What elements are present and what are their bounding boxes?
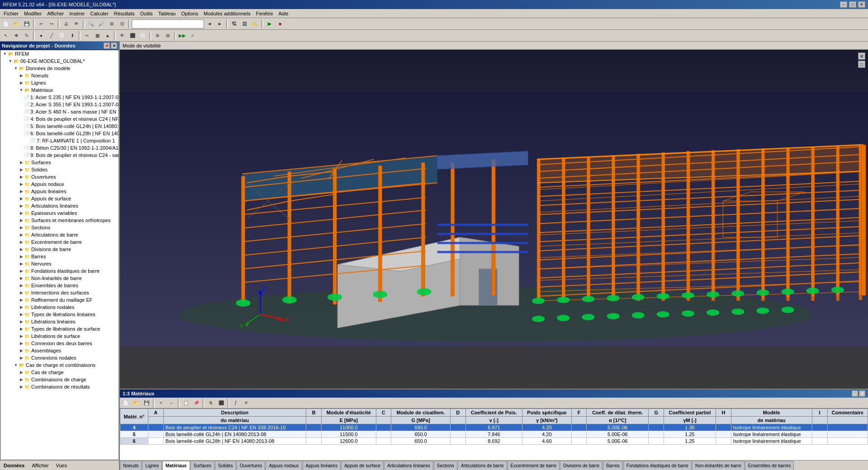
nav-close-btn[interactable]: ✕ [111,43,117,49]
bottom-tab-barres[interactable]: Barres [603,461,622,470]
tree-node-types-lib-lin[interactable]: ▶📁Types de libérations linéaires [0,311,119,318]
tree-node-lignes[interactable]: ▶📁Lignes [0,79,119,86]
tree-node-appuis-surf[interactable]: ▶📁Appuis de surface [0,195,119,202]
tree-node-liberations-surf[interactable]: ▶📁Libérations de surface [0,332,119,340]
bottom-tab-sections[interactable]: Sections [434,461,457,470]
tree-node-cas-charge[interactable]: ▼📂Cas de charge et combinaisons [0,361,119,369]
tb2-visibility-btn[interactable]: 👁 [117,31,127,41]
tree-node-mat6[interactable]: 📄6: Bois lamellé-collé GL28h | NF EN 140 [0,130,119,137]
tbl-new-btn[interactable]: 📄 [121,398,131,408]
tb2-section-btn[interactable]: ═ [82,31,92,41]
menu-fenetre[interactable]: Fenêtre [253,9,276,18]
tree-node-excentrement-barre[interactable]: ▶📁Excentrement de barre [0,238,119,246]
tb2-move-btn[interactable]: ✥ [11,31,21,41]
tb-open-btn[interactable]: 📂 [11,19,21,29]
tree-node-mat5[interactable]: 📄5: Bois lamellé-collé GL24h | EN 14080:… [0,123,119,130]
tree-node-donnees[interactable]: ▼📂Données de modèle [0,65,119,72]
tree-node-articulations-lin[interactable]: ▶📁Articulations linéaires [0,202,119,209]
bottom-tab-excentrement-de-barre[interactable]: Excentrement de barre [508,461,560,470]
tree-node-connexion-barres[interactable]: ▶📁Connexion des deux barres [0,340,119,347]
tree-node-nonlin-barre[interactable]: ▶📁Non-linéarités de barre [0,275,119,282]
tree-node-project[interactable]: ▼📂06-EXE-MODELE_GLOBAL* [0,57,119,65]
viewport-3d[interactable]: Z X Y [120,50,868,389]
bottom-tab-appuis-linéaires[interactable]: Appuis linéaires [303,461,341,470]
minimize-btn[interactable]: – [840,1,847,8]
tbl-copy-btn[interactable]: 📋 [181,398,191,408]
tb-preview-btn[interactable]: 👁 [71,19,81,29]
view-expand-btn[interactable]: □ [858,61,865,68]
tbl-add-btn[interactable]: + [156,398,166,408]
tb-print-btn[interactable]: 🖨 [61,19,71,29]
tree-node-mat8[interactable]: 📄8: Béton C25/30 | EN 1992-1-1:2004/A1: [0,144,119,152]
tb2-display-btn[interactable]: ⬜ [138,31,148,41]
tb-run-btn[interactable]: ▶ [265,19,275,29]
tree-node-assemblages[interactable]: ▶📁Assemblages [0,347,119,354]
tree-node-mat9[interactable]: 📄9: Bois de peuplier et résineux C24 - s… [0,152,119,159]
tb2-material-btn[interactable]: ▦ [92,31,102,41]
tbl-expr-btn[interactable]: ✕ [241,398,251,408]
tree-node-ensembles-barres[interactable]: ▶📁Ensembles de barres [0,282,119,289]
table-close-btn[interactable]: ✕ [859,390,865,397]
tree-node-ouvertures[interactable]: ▶📁Ouvertures [0,173,119,180]
tb2-surf-btn[interactable]: ⬜ [57,31,67,41]
menu-inserer[interactable]: Insérer [66,9,87,18]
nav-tab-vues[interactable]: Vues [54,462,69,469]
menu-modifier[interactable]: Modifier [21,9,44,18]
nav-tab-afficher[interactable]: Afficher [30,462,50,469]
tree-node-mat1[interactable]: 📄1: Acier S 235 | NF EN 1993-1-1:2007-05 [0,94,119,101]
tb-zoom-all-btn[interactable]: ⊞ [107,19,117,29]
tb2-load-btn[interactable]: ⬇ [67,31,77,41]
tb2-filter-btn[interactable]: ⬛ [128,31,138,41]
tree-node-appuis-lin[interactable]: ▶📁Appuis linéaires [0,188,119,195]
table-row[interactable]: 4 Bois de peuplier et résineux C24 | NF … [120,424,868,431]
tb-stop-btn[interactable]: ■ [275,19,285,29]
bottom-tab-ensembles-de-barres[interactable]: Ensembles de barres [745,461,794,470]
menu-modules[interactable]: Modules additionnels [201,9,253,18]
tb2-support-btn[interactable]: ▲ [103,31,113,41]
menu-fichier[interactable]: Fichier [1,9,21,18]
tree-node-types-lib-surf[interactable]: ▶📁Types de libérations de surface [0,325,119,332]
tree-node-divisions-barre[interactable]: ▶📁Divisions de barre [0,246,119,253]
tb2-calc-btn[interactable]: ▶▶ [177,31,187,41]
data-table-wrapper[interactable]: Matér. n° A Description B Module d'élast… [120,408,868,460]
bottom-tab-ouvertures[interactable]: Ouvertures [237,461,265,470]
bottom-tab-divisions-de-barre[interactable]: Divisions de barre [560,461,602,470]
bottom-tab-appuis-de-surface[interactable]: Appuis de surface [341,461,384,470]
tb-3d-btn[interactable]: 🏗 [229,19,239,29]
tb-undo-btn[interactable]: ↩ [36,19,46,29]
bottom-tab-solides[interactable]: Solides [215,461,236,470]
tree-node-combinaisons-charge[interactable]: ▶📁Combinaisons de charge [0,376,119,383]
tbl-sort-btn[interactable]: ⇅ [206,398,216,408]
tree-node-raffinement[interactable]: ▶📁Raffinement du maillage EF [0,296,119,304]
tb2-rotate-btn[interactable]: ↻ [22,31,32,41]
table-collapse-btn[interactable]: – [852,390,858,397]
bottom-tab-appuis-nodaux[interactable]: Appuis nodaux [266,461,302,470]
tb-zoom-in-btn[interactable]: 🔍 [86,19,96,29]
tbl-formula-btn[interactable]: ƒ [231,398,241,408]
tb2-select-btn[interactable]: ↖ [1,31,11,41]
tb-next-btn[interactable]: ► [215,19,225,29]
tree-node-combinaisons-resultats[interactable]: ▶📁Combinaisons de résultats [0,383,119,390]
tree-node-surfaces-membranes[interactable]: ▶📁Surfaces et membranes orthotropes [0,217,119,224]
load-combo-input[interactable]: CC1 : Gk, sup [132,19,204,28]
tb-prev-btn[interactable]: ◄ [204,19,214,29]
tree-node-mat3[interactable]: 📄3: Acier S 460 N - sans masse | NF EN 1… [0,108,119,115]
tree-node-liberations-lin[interactable]: ▶📁Libérations linéaires [0,318,119,325]
menu-resultats[interactable]: Résultats [111,9,138,18]
menu-calculer[interactable]: Calculer [87,9,111,18]
close-btn[interactable]: ✕ [858,1,865,8]
view-close-btn[interactable]: ✕ [858,52,865,60]
nav-tab-donnees[interactable]: Données [2,462,26,469]
tb2-check-btn[interactable]: ✓ [188,31,198,41]
tree-node-appuis-nodaux[interactable]: ▶📁Appuis nodaux [0,180,119,188]
tree-node-materiaux[interactable]: ▼📂Matériaux [0,86,119,94]
tree-node-nervures[interactable]: ▶📁Nervures [0,260,119,267]
tree-node-surfaces[interactable]: ▶📁Surfaces [0,159,119,166]
tbl-paste-btn[interactable]: 📌 [191,398,201,408]
tb2-line-btn[interactable]: ╱ [47,31,57,41]
menu-aide[interactable]: Aide [276,9,291,18]
tb-render-btn[interactable]: 🖼 [240,19,250,29]
bottom-tab-fondations-élastiques-de-barre[interactable]: Fondations élastiques de barre [623,461,692,470]
menu-tableau[interactable]: Tableau [156,9,179,18]
tbl-del-btn[interactable]: – [166,398,176,408]
